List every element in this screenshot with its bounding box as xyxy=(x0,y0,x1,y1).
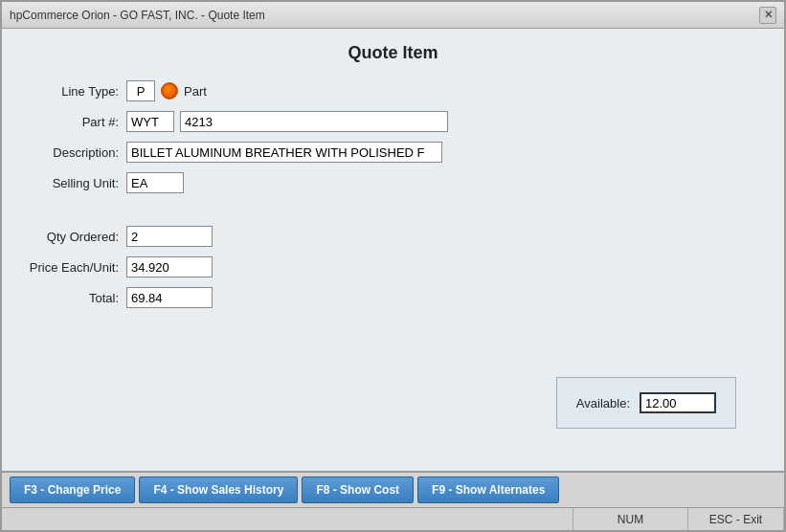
selling-unit-label: Selling Unit: xyxy=(21,176,126,190)
status-esc: ESC - Exit xyxy=(688,508,784,530)
window-title: hpCommerce Orion - GO FAST, INC. - Quote… xyxy=(10,9,265,22)
price-input[interactable] xyxy=(126,256,213,277)
qty-row xyxy=(126,226,595,247)
available-input[interactable] xyxy=(640,392,716,413)
status-num: NUM xyxy=(573,508,688,530)
total-input[interactable] xyxy=(126,287,213,308)
available-label: Available: xyxy=(576,396,630,410)
status-left xyxy=(2,508,573,530)
description-row xyxy=(126,142,595,163)
total-row xyxy=(126,287,595,308)
part-label: Part #: xyxy=(21,115,126,129)
close-button[interactable]: ✕ xyxy=(759,7,776,24)
total-label: Total: xyxy=(21,291,126,305)
selling-unit-row xyxy=(126,172,595,193)
status-bar: NUM ESC - Exit xyxy=(2,507,784,530)
change-price-button[interactable]: F3 - Change Price xyxy=(10,477,135,503)
part-row xyxy=(126,111,595,132)
description-label: Description: xyxy=(21,145,126,160)
show-sales-history-button[interactable]: F4 - Show Sales History xyxy=(139,477,298,503)
form-grid: Line Type: Part Part #: Description: xyxy=(21,80,595,308)
part-prefix-input[interactable] xyxy=(126,111,174,132)
price-label: Price Each/Unit: xyxy=(21,260,126,275)
page-title: Quote Item xyxy=(21,43,765,63)
radio-icon[interactable] xyxy=(161,82,178,100)
title-bar: hpCommerce Orion - GO FAST, INC. - Quote… xyxy=(2,2,784,29)
spacer1 xyxy=(21,203,126,216)
show-cost-button[interactable]: F8 - Show Cost xyxy=(302,477,414,503)
content-area: Quote Item Line Type: Part Part #: Descr… xyxy=(2,29,784,471)
line-type-input[interactable] xyxy=(126,80,155,101)
price-row xyxy=(126,256,595,277)
show-alternates-button[interactable]: F9 - Show Alternates xyxy=(417,477,559,503)
qty-label: Qty Ordered: xyxy=(21,230,126,244)
part-number-input[interactable] xyxy=(180,111,448,132)
spacer2 xyxy=(126,203,595,216)
bottom-buttons: F3 - Change Price F4 - Show Sales Histor… xyxy=(2,471,784,507)
qty-input[interactable] xyxy=(126,226,213,247)
main-content: Line Type: Part Part #: Description: xyxy=(21,80,765,456)
selling-unit-input[interactable] xyxy=(126,172,184,193)
close-icon: ✕ xyxy=(764,9,773,21)
line-type-row: Part xyxy=(126,80,595,101)
description-input[interactable] xyxy=(126,142,442,163)
available-panel: Available: xyxy=(556,377,736,429)
line-type-label: Line Type: xyxy=(21,84,126,99)
line-type-name: Part xyxy=(184,84,207,99)
main-window: hpCommerce Orion - GO FAST, INC. - Quote… xyxy=(0,0,786,532)
